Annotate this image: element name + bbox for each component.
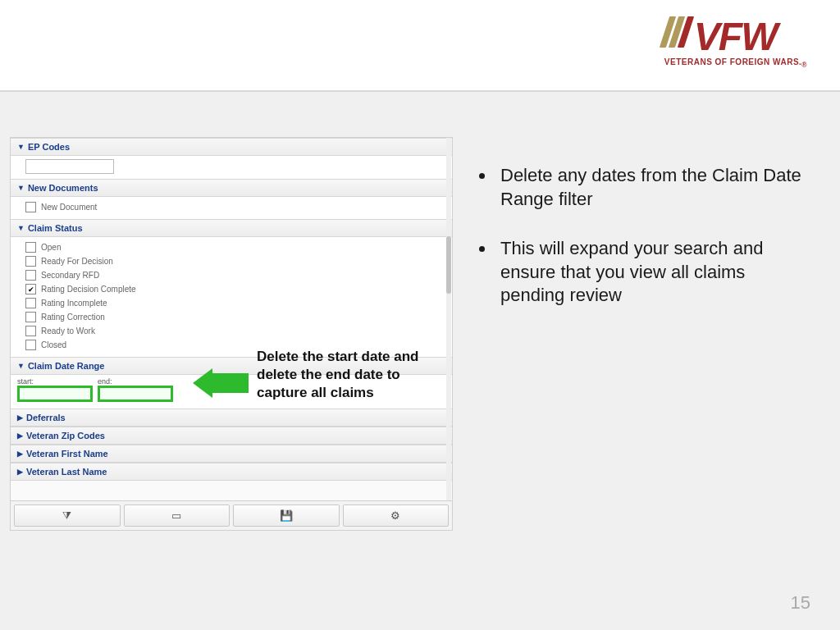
checkbox-label: Rating Decision Complete	[41, 285, 136, 294]
checkbox-label: Closed	[41, 340, 66, 349]
checkbox-icon	[25, 256, 36, 267]
toolbar: ⧩ ▭ 💾 ⚙	[11, 500, 452, 530]
gear-icon: ⚙	[390, 509, 400, 522]
section-new-documents[interactable]: ▼ New Documents	[11, 179, 452, 197]
start-label: start:	[17, 377, 93, 386]
chevron-right-icon: ▶	[17, 431, 23, 440]
scrollbar-thumb[interactable]	[446, 236, 451, 294]
section-claim-status[interactable]: ▼ Claim Status	[11, 219, 452, 237]
end-date-input[interactable]	[98, 386, 173, 402]
section-title: Veteran First Name	[26, 449, 108, 459]
checkbox-icon	[25, 326, 36, 336]
section-veteran-last-name[interactable]: ▶ Veteran Last Name	[11, 463, 452, 481]
instruction-bullet: This will expand your search and ensure …	[495, 237, 812, 308]
instruction-bullet: Delete any dates from the Claim Date Ran…	[495, 164, 812, 211]
checkbox-icon	[25, 298, 36, 308]
section-title: Claim Date Range	[28, 361, 105, 371]
filter-button[interactable]: ⧩	[14, 504, 121, 527]
checkbox-ready-to-work[interactable]: Ready to Work	[25, 324, 445, 338]
section-title: Claim Status	[28, 223, 83, 233]
settings-button[interactable]: ⚙	[343, 504, 450, 527]
section-veteran-zip-codes[interactable]: ▶ Veteran Zip Codes	[11, 427, 452, 445]
filter-icon: ⧩	[62, 509, 71, 523]
slide-header: VFW VETERANS OF FOREIGN WARS.®	[0, 0, 840, 92]
logo-stripes-icon	[664, 16, 689, 48]
checkbox-icon	[25, 284, 36, 294]
checkbox-rating-incomplete[interactable]: Rating Incomplete	[25, 296, 445, 310]
callout-text: Delete the start date and delete the end…	[257, 348, 445, 402]
checkbox-label: Secondary RFD	[41, 271, 99, 280]
chevron-right-icon: ▶	[17, 468, 23, 476]
checkbox-rating-decision-complete[interactable]: Rating Decision Complete	[25, 282, 445, 296]
logo-subtitle: VETERANS OF FOREIGN WARS.®	[664, 57, 807, 69]
save-as-button[interactable]: 💾	[233, 504, 340, 527]
instruction-bullets: Delete any dates from the Claim Date Ran…	[468, 164, 812, 334]
checkbox-icon	[25, 242, 36, 253]
save-button[interactable]: ▭	[124, 504, 231, 527]
checkbox-icon	[25, 202, 36, 212]
checkbox-new-document[interactable]: New Document	[25, 200, 445, 214]
checkbox-label: Ready For Decision	[41, 257, 113, 266]
section-title: Veteran Last Name	[26, 467, 107, 477]
checkbox-ready-for-decision[interactable]: Ready For Decision	[25, 254, 445, 268]
end-label: end:	[98, 377, 173, 386]
checkbox-label: Ready to Work	[41, 326, 95, 336]
section-title: New Documents	[28, 183, 98, 193]
checkbox-label: Rating Incomplete	[41, 299, 107, 308]
chevron-down-icon: ▼	[17, 224, 25, 232]
page-number: 15	[791, 592, 810, 614]
section-title: EP Codes	[28, 142, 70, 152]
section-veteran-first-name[interactable]: ▶ Veteran First Name	[11, 445, 452, 463]
logo-text: VFW	[694, 21, 777, 54]
save-icon: ▭	[171, 509, 181, 522]
scrollbar-track[interactable]	[446, 138, 451, 500]
vfw-logo: VFW VETERANS OF FOREIGN WARS.®	[664, 16, 807, 69]
checkbox-open[interactable]: Open	[25, 240, 445, 254]
ep-codes-input[interactable]	[25, 159, 114, 174]
checkbox-label: Open	[41, 243, 61, 252]
checkbox-icon	[25, 340, 36, 350]
filters-panel-screenshot: ▼ EP Codes ▼ New Documents New Document …	[10, 137, 453, 531]
chevron-down-icon: ▼	[17, 143, 25, 151]
checkbox-secondary-rfd[interactable]: Secondary RFD	[25, 268, 445, 282]
checkbox-icon	[25, 270, 36, 281]
chevron-down-icon: ▼	[17, 184, 25, 192]
section-deferrals[interactable]: ▶ Deferrals	[11, 409, 452, 427]
section-title: Deferrals	[26, 413, 66, 422]
slide-body: ▼ EP Codes ▼ New Documents New Document …	[0, 92, 840, 630]
checkbox-rating-correction[interactable]: Rating Correction	[25, 310, 445, 324]
checkbox-label: Rating Correction	[41, 313, 105, 322]
section-title: Veteran Zip Codes	[26, 431, 105, 441]
start-date-input[interactable]	[17, 386, 93, 402]
chevron-down-icon: ▼	[17, 362, 25, 370]
checkbox-icon	[25, 312, 36, 322]
chevron-right-icon: ▶	[17, 450, 23, 458]
section-ep-codes[interactable]: ▼ EP Codes	[11, 138, 452, 156]
checkbox-label: New Document	[41, 203, 97, 212]
chevron-right-icon: ▶	[17, 413, 23, 422]
disk-icon: 💾	[280, 509, 293, 522]
